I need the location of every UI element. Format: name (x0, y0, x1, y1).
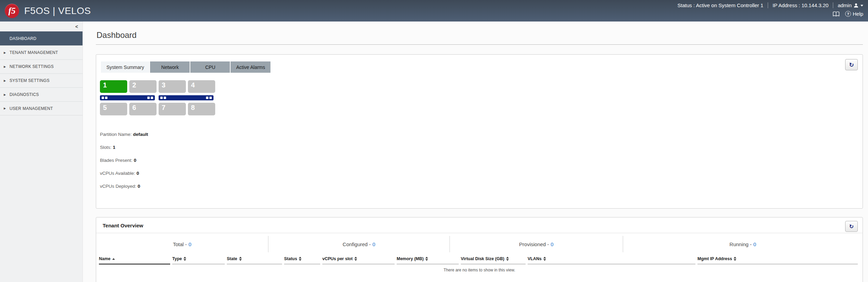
username: admin (838, 2, 852, 8)
column-header-memory-mb[interactable]: Memory (MB) (397, 256, 461, 265)
tenant-group-running: Running - 0 (623, 236, 863, 252)
slot-number: 4 (191, 81, 195, 89)
tenant-group-label: Provisioned - (519, 241, 549, 247)
tenant-group-count[interactable]: 0 (189, 241, 191, 247)
chevron-right-icon: ▶ (4, 107, 6, 110)
documentation-book-icon[interactable] (833, 11, 840, 17)
sidebar-item-label: SYSTEM SETTINGS (10, 78, 49, 83)
column-header-label: State (227, 256, 237, 261)
summary-info-label: Partition Name: (100, 132, 132, 137)
slot-2[interactable]: 2 (129, 80, 157, 93)
slot-number: 6 (132, 104, 136, 111)
summary-info-list: Partition Name:default Slots:1 Blades Pr… (100, 132, 863, 189)
column-header-vlans[interactable]: VLANs (528, 256, 697, 265)
summary-info-label: vCPUs Deployed: (100, 184, 136, 189)
brand: f5 F5OS | VELOS (0, 0, 91, 22)
column-header-vcpus-per-slot[interactable]: vCPUs per slot (322, 256, 397, 265)
help-label: Help (853, 11, 863, 17)
tenant-group-count[interactable]: 0 (551, 241, 554, 247)
summary-info-value: 0 (138, 184, 141, 189)
slot-row-top: 1 2 3 4 (100, 80, 215, 93)
column-header-label: Memory (MB) (397, 256, 424, 261)
slot-row-bottom: 5 6 7 8 (100, 103, 215, 115)
sidebar-item-dashboard[interactable]: ▶ DASHBOARD (0, 31, 83, 45)
sidebar-item-user-management[interactable]: ▶ USER MANAGEMENT (0, 101, 83, 115)
slot-3[interactable]: 3 (159, 80, 186, 93)
sidebar-item-tenant-management[interactable]: ▶ TENANT MANAGEMENT (0, 45, 83, 59)
tenant-group-label: Running - (730, 241, 752, 247)
divider (833, 2, 833, 8)
tenant-group-total: Total - 0 (96, 236, 268, 252)
slot-7[interactable]: 7 (159, 103, 186, 115)
chevron-right-icon: ▶ (4, 79, 6, 82)
column-underline (397, 264, 459, 265)
column-header-status[interactable]: Status (284, 256, 322, 265)
tenant-group-count[interactable]: 0 (372, 241, 375, 247)
sort-both-icon (506, 257, 509, 261)
column-header-label: Type (172, 256, 182, 261)
column-header-name[interactable]: Name (99, 256, 172, 265)
sort-both-icon (354, 257, 357, 261)
column-header-virtual-disk-size-gb[interactable]: Virtual Disk Size (GB) (461, 256, 528, 265)
tab-active-alarms[interactable]: Active Alarms (231, 61, 270, 73)
tenant-overview-header: Tenant Overview (96, 217, 863, 233)
tenant-refresh-button[interactable]: ↻ (845, 221, 858, 232)
column-header-type[interactable]: Type (172, 256, 227, 265)
sort-ascending-icon (112, 258, 115, 260)
sort-both-icon (543, 257, 546, 261)
sidebar-item-network-settings[interactable]: ▶ NETWORK SETTINGS (0, 59, 83, 73)
sidebar: < ▶ DASHBOARD ▶ TENANT MANAGEMENT ▶ NETW… (0, 22, 83, 282)
column-underline (322, 264, 395, 265)
tenant-group-configured: Configured - 0 (268, 236, 450, 252)
tenant-group-label: Configured - (343, 241, 371, 247)
summary-info-value: 0 (134, 158, 136, 163)
column-underline (227, 264, 282, 265)
sort-both-icon (239, 257, 242, 261)
sidebar-item-system-settings[interactable]: ▶ SYSTEM SETTINGS (0, 73, 83, 87)
column-header-state[interactable]: State (227, 256, 284, 265)
summary-info-label: Slots: (100, 145, 112, 150)
sidebar-collapse-icon[interactable]: < (75, 24, 78, 29)
brand-title: F5OS | VELOS (24, 5, 91, 16)
slot-number: 5 (103, 104, 107, 111)
tenant-overview-title: Tenant Overview (103, 223, 143, 228)
ip-address-text: IP Address : 10.144.3.20 (773, 2, 828, 8)
slot-6[interactable]: 6 (129, 103, 157, 115)
tab-cpu[interactable]: CPU (190, 61, 230, 73)
user-menu[interactable]: admin (838, 2, 863, 8)
question-circle-icon: ? (845, 11, 851, 17)
slot-5[interactable]: 5 (100, 103, 127, 115)
led-bar (159, 95, 214, 100)
column-underline (99, 264, 170, 265)
tab-system-summary[interactable]: System Summary (101, 61, 149, 73)
column-header-label: Virtual Disk Size (GB) (461, 256, 504, 261)
sort-both-icon (425, 257, 428, 261)
tenant-group-count[interactable]: 0 (753, 241, 756, 247)
summary-info-value: 0 (136, 171, 139, 176)
tab-label: CPU (205, 65, 216, 70)
refresh-button[interactable]: ↻ (845, 59, 858, 70)
summary-info-row: Partition Name:default (100, 132, 863, 137)
slot-8[interactable]: 8 (188, 103, 215, 115)
column-underline (172, 264, 225, 265)
tenant-group-row: Total - 0 Configured - 0 Provisioned - 0… (96, 236, 863, 252)
slot-4[interactable]: 4 (188, 80, 215, 93)
sidebar-item-diagnostics[interactable]: ▶ DIAGNOSTICS (0, 87, 83, 101)
summary-info-value: 1 (113, 145, 116, 150)
tab-label: Active Alarms (236, 65, 265, 70)
chevron-right-icon: ▶ (4, 51, 6, 54)
tab-network[interactable]: Network (150, 61, 190, 73)
caret-down-icon (860, 5, 863, 6)
slot-number: 2 (132, 81, 136, 89)
summary-info-row: vCPUs Available:0 (100, 171, 863, 176)
summary-info-row: vCPUs Deployed:0 (100, 184, 863, 189)
help-link[interactable]: ? Help (845, 11, 863, 17)
tenant-overview-card: Tenant Overview ↻ Total - 0 Configured -… (96, 217, 863, 282)
summary-info-label: Blades Present: (100, 158, 132, 163)
summary-info-value: default (133, 132, 148, 137)
slot-1[interactable]: 1 (100, 80, 127, 93)
column-header-label: Name (99, 256, 111, 261)
column-underline (461, 264, 526, 265)
page-title: Dashboard (97, 30, 863, 40)
column-header-mgmt-ip-address[interactable]: Mgmt IP Address (697, 256, 860, 265)
